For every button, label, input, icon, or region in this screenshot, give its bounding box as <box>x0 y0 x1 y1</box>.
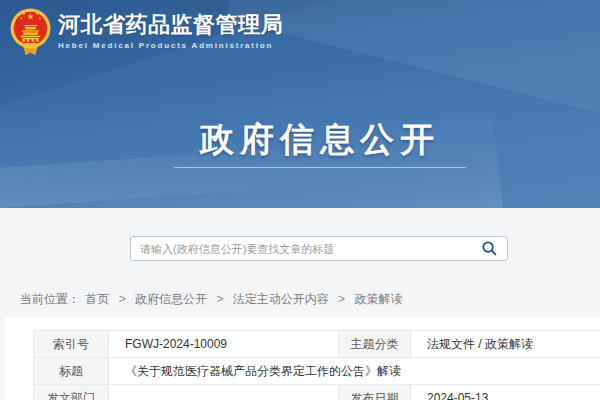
index-number-label: 索引号 <box>34 331 109 358</box>
page: 河北省药品监督管理局 Hebei Medical Products Admini… <box>0 0 600 400</box>
title-label: 标题 <box>34 358 109 385</box>
issuing-department-value <box>109 385 339 400</box>
breadcrumb-prefix: 当前位置： <box>20 292 80 306</box>
content-panel: 索引号 FGWJ-2024-10009 主题分类 法规文件 / 政策解读 标题 … <box>5 318 600 400</box>
topic-category-label: 主题分类 <box>339 331 411 358</box>
breadcrumb-separator: > <box>338 292 345 306</box>
banner-divider <box>174 167 466 168</box>
breadcrumb-item-policy-interpretation[interactable]: 政策解读 <box>354 292 402 306</box>
topic-category-value: 法规文件 / 政策解读 <box>411 331 600 358</box>
national-emblem-icon <box>10 8 51 56</box>
site-name: 河北省药品监督管理局 <box>58 14 283 36</box>
breadcrumb: 当前位置： 首页 > 政府信息公开 > 法定主动公开内容 > 政策解读 <box>20 291 402 308</box>
header-banner: 河北省药品监督管理局 Hebei Medical Products Admini… <box>0 0 600 208</box>
page-title: 政府信息公开 <box>0 117 600 163</box>
breadcrumb-separator: > <box>119 292 126 306</box>
site-brand[interactable]: 河北省药品监督管理局 Hebei Medical Products Admini… <box>10 8 283 56</box>
search-icon <box>481 240 498 257</box>
breadcrumb-item-home[interactable]: 首页 <box>85 292 109 306</box>
issuing-department-label: 发文部门 <box>34 385 109 400</box>
site-name-en: Hebei Medical Products Administration <box>58 41 283 50</box>
breadcrumb-separator: > <box>216 292 223 306</box>
brand-text: 河北省药品监督管理局 Hebei Medical Products Admini… <box>58 8 283 50</box>
content-area: 当前位置： 首页 > 政府信息公开 > 法定主动公开内容 > 政策解读 索引号 … <box>0 208 600 400</box>
publish-date-label: 发布日期 <box>339 385 411 400</box>
table-row: 发文部门 发布日期 2024-05-13 <box>34 385 600 400</box>
search-button[interactable] <box>475 238 503 259</box>
breadcrumb-item-gov-info[interactable]: 政府信息公开 <box>135 292 207 306</box>
table-row: 索引号 FGWJ-2024-10009 主题分类 法规文件 / 政策解读 <box>34 331 600 358</box>
document-info-table: 索引号 FGWJ-2024-10009 主题分类 法规文件 / 政策解读 标题 … <box>33 330 600 400</box>
search-input[interactable] <box>131 237 478 260</box>
table-row: 标题 《关于规范医疗器械产品分类界定工作的公告》解读 <box>34 358 600 385</box>
title-value: 《关于规范医疗器械产品分类界定工作的公告》解读 <box>109 358 600 385</box>
search-box <box>130 236 508 261</box>
publish-date-value: 2024-05-13 <box>411 385 600 400</box>
breadcrumb-item-disclosure-content[interactable]: 法定主动公开内容 <box>233 292 329 306</box>
index-number-value: FGWJ-2024-10009 <box>109 331 339 358</box>
